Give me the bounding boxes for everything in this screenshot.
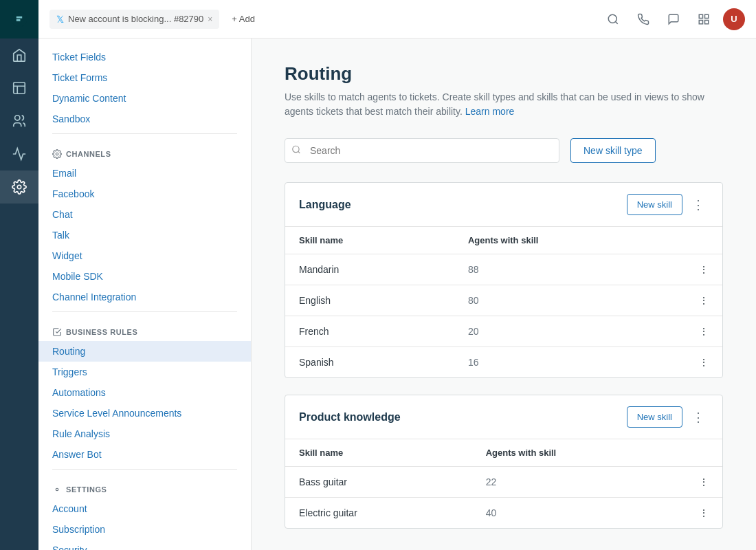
language-card-title: Language [299,199,627,211]
row-more-cell[interactable]: ⋮ [685,467,722,498]
sidebar-item-dynamic-content[interactable]: Dynamic Content [38,88,251,109]
product-knowledge-skill-card: Product knowledge New skill ⋮ Skill name… [285,395,723,529]
sidebar-item-email[interactable]: Email [38,163,251,184]
language-table-header-row: Skill name Agents with skill [285,227,722,254]
page-subtitle: Use skills to match agents to tickets. C… [285,90,723,119]
sidebar-item-ticket-forms[interactable]: Ticket Forms [38,67,251,88]
svg-rect-6 [705,14,709,18]
main-wrapper: 𝕏 New account is blocking... #82790 × + … [38,0,756,550]
search-button[interactable] [602,8,624,30]
rail-users[interactable] [0,104,38,138]
skill-name-col-header: Skill name [285,227,454,254]
new-skill-type-button[interactable]: New skill type [570,138,656,163]
svg-point-2 [17,185,21,189]
row-more-cell[interactable]: ⋮ [685,498,722,529]
sidebar-item-sla[interactable]: Service Level Announcements [38,403,251,424]
agents-count-cell: 80 [454,285,685,316]
language-skill-table: Skill name Agents with skill Mandarin 88… [285,227,722,377]
tab-label: New account is blocking... #82790 [68,14,203,24]
sidebar-item-talk[interactable]: Talk [38,225,251,245]
agents-col-header: Agents with skill [454,227,685,254]
agents-count-cell: 22 [472,467,685,498]
row-more-cell[interactable]: ⋮ [685,285,722,316]
page-title: Routing [285,63,723,85]
table-row: Mandarin 88 ⋮ [285,254,722,285]
logo[interactable] [0,0,38,38]
table-row: Electric guitar 40 ⋮ [285,498,722,529]
sidebar-item-account[interactable]: Account [38,498,251,519]
sidebar-item-widget[interactable]: Widget [38,245,251,266]
sidebar-item-subscription[interactable]: Subscription [38,519,251,540]
add-tab-button[interactable]: + Add [225,10,262,28]
agents-count-cell: 88 [454,254,685,285]
svg-rect-5 [699,14,702,18]
rail-home[interactable] [0,38,38,72]
product-knowledge-more-button[interactable]: ⋮ [688,407,709,428]
rail-settings[interactable] [0,170,38,204]
skill-name-cell: French [285,316,454,347]
row-more-cell[interactable]: ⋮ [685,347,722,378]
row-more-cell[interactable]: ⋮ [685,254,722,285]
sidebar-item-routing[interactable]: Routing [38,341,251,362]
avatar[interactable]: U [723,8,745,30]
sidebar-item-automations[interactable]: Automations [38,382,251,403]
row-more-cell[interactable]: ⋮ [685,316,722,347]
tab-item[interactable]: 𝕏 New account is blocking... #82790 × [49,10,219,29]
sidebar-item-channel-integration[interactable]: Channel Integration [38,287,251,307]
actions-col-header [685,227,722,254]
search-row: New skill type [285,138,723,163]
skill-name-cell: Electric guitar [285,498,472,529]
skill-name-cell: Mandarin [285,254,454,285]
sidebar: Ticket Fields Ticket Forms Dynamic Conte… [38,38,252,550]
svg-rect-8 [699,20,702,23]
language-more-button[interactable]: ⋮ [688,195,709,215]
product-knowledge-card-header: Product knowledge New skill ⋮ [285,395,722,439]
topbar-icons: U [602,8,745,30]
product-knowledge-card-title: Product knowledge [299,411,627,424]
svg-rect-0 [14,82,25,94]
skill-name-col-header: Skill name [285,439,472,467]
search-input[interactable] [285,138,559,163]
search-box [285,138,559,163]
skill-name-cell: Spanish [285,347,454,378]
chat-button[interactable] [663,8,685,30]
sidebar-item-sandbox[interactable]: Sandbox [38,109,251,129]
sidebar-item-triggers[interactable]: Triggers [38,362,251,382]
sidebar-item-security[interactable]: Security [38,540,251,550]
main-content: Routing Use skills to match agents to ti… [252,38,756,550]
sidebar-item-chat[interactable]: Chat [38,204,251,225]
rail-tickets[interactable] [0,72,38,104]
agents-col-header: Agents with skill [472,439,685,467]
svg-point-11 [293,146,299,152]
search-icon [291,145,301,157]
rail-reports[interactable] [0,138,38,170]
svg-line-4 [615,21,617,23]
product-knowledge-skill-table: Skill name Agents with skill Bass guitar… [285,439,722,528]
grid-button[interactable] [693,8,715,30]
settings-header: Settings [38,474,251,498]
sidebar-item-ticket-fields[interactable]: Ticket Fields [38,47,251,67]
icon-rail [0,0,38,550]
sidebar-item-facebook[interactable]: Facebook [38,184,251,204]
phone-button[interactable] [632,8,654,30]
skill-name-cell: Bass guitar [285,467,472,498]
sidebar-item-mobile-sdk[interactable]: Mobile SDK [38,266,251,287]
product-knowledge-new-skill-button[interactable]: New skill [627,406,682,428]
agents-count-cell: 16 [454,347,685,378]
channels-header: Channels [38,138,251,163]
svg-point-9 [56,153,58,155]
twitter-icon: 𝕏 [56,14,64,25]
sidebar-item-answer-bot[interactable]: Answer Bot [38,444,251,465]
language-card-header: Language New skill ⋮ [285,183,722,227]
table-row: English 80 ⋮ [285,285,722,316]
topbar: 𝕏 New account is blocking... #82790 × + … [38,0,756,38]
language-new-skill-button[interactable]: New skill [627,194,682,215]
agents-count-cell: 20 [454,316,685,347]
table-row: Spanish 16 ⋮ [285,347,722,378]
learn-more-link[interactable]: Learn more [465,106,515,117]
table-row: Bass guitar 22 ⋮ [285,467,722,498]
svg-rect-7 [705,20,709,23]
sidebar-item-rule-analysis[interactable]: Rule Analysis [38,424,251,444]
tab-close-button[interactable]: × [208,14,212,24]
settings-divider [52,469,237,470]
